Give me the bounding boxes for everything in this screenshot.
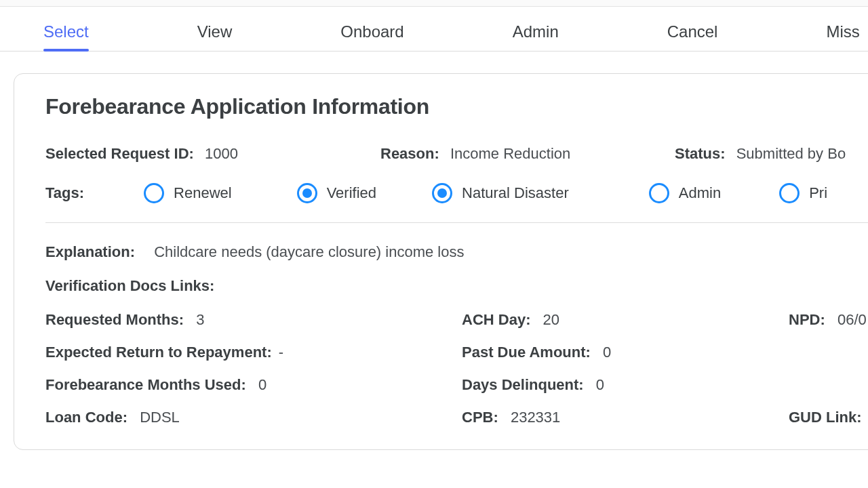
tag-label: Pri xyxy=(809,184,827,202)
reason-label: Reason: xyxy=(380,145,439,162)
tab-select[interactable]: Select xyxy=(43,22,89,51)
tag-admin[interactable]: Admin xyxy=(649,183,721,203)
tag-natural-disaster[interactable]: Natural Disaster xyxy=(432,183,569,203)
loan-code-value: DDSL xyxy=(140,409,180,426)
status-label: Status: xyxy=(675,145,726,162)
cpb-value: 232331 xyxy=(511,409,560,426)
days-delinquent-label: Days Delinquent: xyxy=(462,376,584,393)
request-id-label: Selected Request ID: xyxy=(45,145,194,162)
past-due-value: 0 xyxy=(603,344,611,361)
tab-admin[interactable]: Admin xyxy=(513,22,559,51)
reason-value: Income Reduction xyxy=(450,145,570,162)
cpb-label: CPB: xyxy=(462,409,498,426)
tags-label: Tags: xyxy=(45,184,84,202)
months-used-label: Forebearance Months Used: xyxy=(45,376,246,393)
window-chrome xyxy=(0,0,868,7)
radio-icon xyxy=(649,183,669,203)
verification-docs-label: Verification Docs Links: xyxy=(45,277,214,294)
tag-verified[interactable]: Verified xyxy=(297,183,376,203)
tab-bar: Select View Onboard Admin Cancel Miss xyxy=(0,7,868,52)
tag-label: Renewel xyxy=(174,184,232,202)
status-value: Submitted by Bo xyxy=(736,145,846,162)
divider xyxy=(45,222,868,223)
radio-icon xyxy=(144,183,164,203)
radio-icon xyxy=(779,183,800,203)
radio-icon xyxy=(297,183,317,203)
requested-months-value: 3 xyxy=(196,311,204,328)
tab-miss[interactable]: Miss xyxy=(826,22,859,51)
gud-link-label: GUD Link: xyxy=(789,409,862,426)
tab-view[interactable]: View xyxy=(197,22,233,51)
npd-label: NPD: xyxy=(789,311,825,328)
explanation-value: Childcare needs (daycare closure) income… xyxy=(154,243,464,260)
panel-title: Forebearance Application Information xyxy=(45,94,868,119)
tag-label: Admin xyxy=(679,184,721,202)
radio-icon xyxy=(432,183,452,203)
tab-onboard[interactable]: Onboard xyxy=(340,22,403,51)
application-panel: Forebearance Application Information Sel… xyxy=(14,73,868,450)
request-id-value: 1000 xyxy=(205,145,238,162)
expected-return-value: - xyxy=(279,344,283,361)
loan-code-label: Loan Code: xyxy=(45,409,127,426)
tab-cancel[interactable]: Cancel xyxy=(667,22,718,51)
tag-label: Natural Disaster xyxy=(462,184,569,202)
ach-day-label: ACH Day: xyxy=(462,311,530,328)
npd-value: 06/0 xyxy=(837,311,867,328)
explanation-label: Explanation: xyxy=(45,243,135,260)
days-delinquent-value: 0 xyxy=(596,376,604,393)
tag-pri[interactable]: Pri xyxy=(779,183,827,203)
tag-label: Verified xyxy=(327,184,376,202)
past-due-label: Past Due Amount: xyxy=(462,344,591,361)
months-used-value: 0 xyxy=(258,376,267,393)
summary-row: Selected Request ID: 1000 Reason: Income… xyxy=(45,145,868,163)
expected-return-label: Expected Return to Repayment: xyxy=(45,344,272,361)
tag-renewel[interactable]: Renewel xyxy=(144,183,232,203)
tags-row: Tags: Renewel Verified Natural Disaster … xyxy=(45,183,868,203)
ach-day-value: 20 xyxy=(543,311,559,328)
requested-months-label: Requested Months: xyxy=(45,311,184,328)
